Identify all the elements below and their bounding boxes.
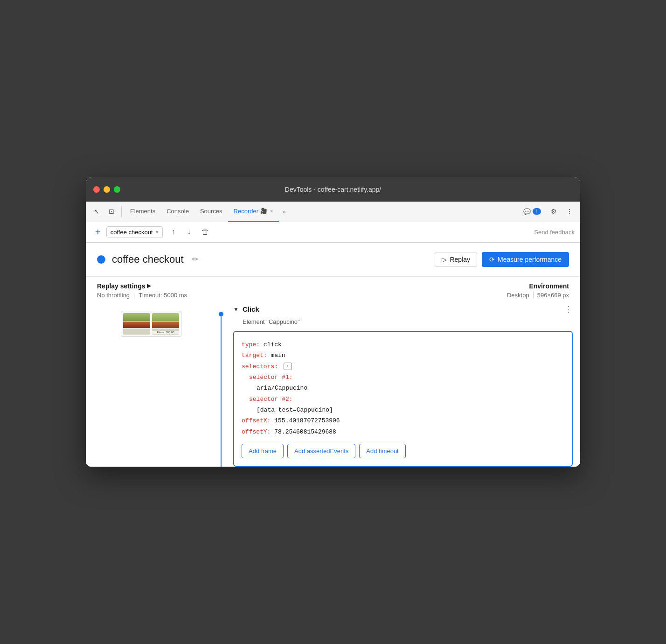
replay-label: Replay	[450, 256, 470, 263]
step-header: ▼ Click ⋮	[233, 304, 573, 315]
export-button[interactable]: ↑	[166, 225, 180, 239]
step-dot	[219, 312, 223, 316]
selectors-key: selectors:	[242, 363, 278, 370]
offsety-key: offsetY:	[242, 428, 271, 435]
action-buttons: Add frame Add assertedEvents Add timeout	[242, 444, 564, 458]
title-bar: DevTools - coffee-cart.netlify.app/	[86, 177, 580, 202]
delete-button[interactable]: 🗑	[198, 225, 212, 239]
feedback-button[interactable]: 💬 1	[520, 206, 545, 217]
tab-recorder[interactable]: Recorder 🎥 ×	[228, 201, 279, 222]
export-icon: ↑	[172, 228, 175, 236]
code-line-target: target: main	[242, 350, 564, 361]
code-line-selector1-val: aria/Cappucino	[242, 383, 564, 393]
more-menu-icon: ⋮	[566, 208, 573, 215]
cursor-icon-btn[interactable]: ↖	[90, 204, 104, 218]
recorder-actions: ↑ ↓ 🗑	[166, 225, 212, 239]
env-values: Desktop 596×669 px	[507, 292, 569, 299]
tab-more[interactable]: »	[279, 208, 290, 215]
selector1-val: aria/Cappucino	[257, 385, 307, 392]
recording-name: coffee checkout	[111, 229, 153, 236]
offsetx-key: offsetX:	[242, 417, 271, 424]
add-timeout-button[interactable]: Add timeout	[359, 444, 405, 458]
thumbnail-2[interactable]: Etime: 500:00	[152, 313, 179, 335]
expand-icon[interactable]: ▼	[233, 306, 239, 313]
recording-title: coffee checkout	[112, 253, 184, 266]
replay-play-icon: ▷	[442, 256, 447, 263]
window-title: DevTools - coffee-cart.netlify.app/	[285, 186, 381, 193]
add-recording-button[interactable]: +	[91, 225, 104, 239]
send-feedback-link[interactable]: Send feedback	[534, 229, 575, 236]
chevron-down-icon: ▾	[156, 229, 159, 235]
settings-icon: ⚙	[551, 208, 557, 215]
add-frame-button[interactable]: Add frame	[242, 444, 284, 458]
settings-row: Replay settings ▶ No throttling | Timeou…	[86, 277, 580, 299]
step-detail: ▼ Click ⋮ Element "Cappucino" type: clic…	[226, 304, 580, 467]
main-toolbar: ↖ ⊡ Elements Console Sources Recorder 🎥 …	[86, 202, 580, 222]
step-type: Click	[243, 305, 259, 313]
selector-toggle-icon[interactable]: ↖	[284, 363, 292, 370]
timeline-thumbnail: Etime: 500:00	[86, 308, 216, 340]
device-icon: ⊡	[109, 208, 114, 215]
env-separator	[533, 292, 534, 298]
target-key: target:	[242, 352, 267, 359]
thumbnail-label: Etime: 500:00	[152, 331, 179, 334]
step-line	[221, 316, 222, 467]
tab-recorder-close[interactable]: ×	[270, 208, 273, 214]
code-block: type: click target: main selectors: ↖ se…	[233, 331, 573, 467]
code-line-selector1-key: selector #1:	[242, 372, 564, 383]
code-line-selector2-val: [data-test=Cappucino]	[242, 405, 564, 415]
device-toggle-btn[interactable]: ⊡	[104, 204, 118, 218]
environment-settings: Environment Desktop 596×669 px	[507, 282, 569, 299]
recorder-toolbar: + coffee checkout ▾ ↑ ↓ 🗑 Send feedback	[86, 222, 580, 243]
code-line-type: type: click	[242, 339, 564, 350]
main-content: coffee checkout ✏ ▷ Replay ⟳ Measure per…	[86, 243, 580, 467]
toolbar-divider-1	[121, 206, 122, 217]
env-device: Desktop	[507, 292, 529, 299]
measure-icon: ⟳	[489, 256, 495, 263]
close-button[interactable]	[93, 186, 100, 193]
devtools-window: DevTools - coffee-cart.netlify.app/ ↖ ⊡ …	[86, 177, 580, 467]
recording-status-dot	[97, 255, 105, 264]
thumbnail-group: Etime: 500:00	[121, 311, 181, 337]
toolbar-right: 💬 1 ⚙ ⋮	[520, 204, 576, 218]
delete-icon: 🗑	[201, 228, 209, 236]
feedback-count: 1	[533, 208, 541, 215]
add-asserted-events-button[interactable]: Add assertedEvents	[287, 444, 355, 458]
settings-expand-icon: ▶	[147, 283, 151, 289]
settings-button[interactable]: ⚙	[547, 204, 561, 218]
replay-settings-title[interactable]: Replay settings ▶	[97, 282, 187, 290]
more-menu-button[interactable]: ⋮	[562, 204, 576, 218]
code-line-selectors: selectors: ↖	[242, 361, 564, 372]
recording-select[interactable]: coffee checkout ▾	[106, 226, 163, 238]
code-line-offsety: offsetY: 78.25460815429688	[242, 427, 564, 437]
timeline: Etime: 500:00	[86, 304, 216, 467]
tab-elements[interactable]: Elements	[125, 201, 161, 222]
environment-title: Environment	[507, 282, 569, 290]
step-menu-icon[interactable]: ⋮	[564, 304, 573, 315]
tab-console[interactable]: Console	[161, 201, 194, 222]
maximize-button[interactable]	[114, 186, 120, 193]
traffic-lights	[93, 186, 120, 193]
type-key: type:	[242, 341, 260, 348]
header-actions: ▷ Replay ⟳ Measure performance	[435, 252, 569, 267]
timeout-value: Timeout: 5000 ms	[139, 292, 187, 299]
code-line-selector2-key: selector #2:	[242, 394, 564, 405]
tab-sources[interactable]: Sources	[194, 201, 228, 222]
env-size: 596×669 px	[537, 292, 569, 299]
throttling-value: No throttling	[97, 292, 130, 299]
selector1-key: selector #1:	[249, 374, 293, 381]
selector2-val: [data-test=Cappucino]	[257, 406, 333, 413]
import-button[interactable]: ↓	[182, 225, 196, 239]
thumbnail-1[interactable]	[123, 313, 150, 335]
minimize-button[interactable]	[104, 186, 110, 193]
steps-container: Etime: 500:00 ▼ Click ⋮ Element "Cappuci…	[86, 299, 580, 467]
nav-tabs: Elements Console Sources Recorder 🎥 × »	[125, 201, 519, 222]
chat-icon: 💬	[523, 208, 531, 215]
replay-button[interactable]: ▷ Replay	[435, 252, 477, 267]
settings-separator: |	[133, 292, 135, 299]
measure-performance-button[interactable]: ⟳ Measure performance	[482, 252, 569, 267]
edit-icon[interactable]: ✏	[192, 255, 198, 264]
import-icon: ↓	[187, 228, 191, 236]
settings-values: No throttling | Timeout: 5000 ms	[97, 292, 187, 299]
cursor-icon: ↖	[94, 208, 99, 215]
